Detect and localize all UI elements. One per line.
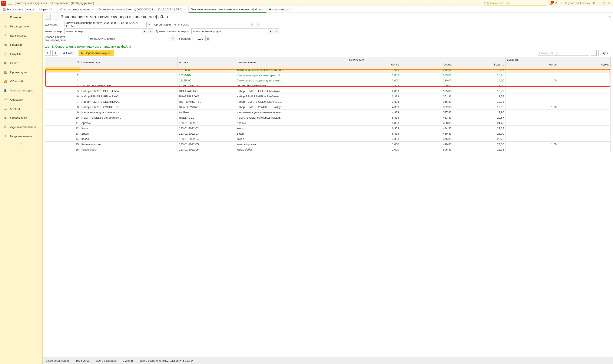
table-row[interactable]: 6Набор REMARS GEL + Бамб...RG+TBBLRG+T..… bbox=[45, 94, 611, 99]
dog-dropdown-button[interactable]: ▾ bbox=[268, 28, 273, 34]
calc-dropdown-button[interactable]: ▾ bbox=[171, 36, 175, 41]
sidebar-item-10[interactable]: 📊Отчеты bbox=[0, 104, 42, 113]
tab-close-icon[interactable]: × bbox=[262, 8, 264, 11]
table-row[interactable]: 10REMARS GEL Реминерализу...RGELRGELREMA… bbox=[45, 115, 611, 120]
table-row[interactable]: 112125488Тактильная сенсорная игрушка ан… bbox=[45, 67, 611, 73]
sidebar-icon: 👤 bbox=[3, 89, 7, 92]
col-ret[interactable]: Возвраты bbox=[505, 57, 611, 62]
doc-field[interactable]: Отчет комиссионера (агента) 0000-000018 … bbox=[64, 22, 145, 27]
kom-dropdown-button[interactable]: ▾ bbox=[142, 28, 147, 34]
sidebar-item-8[interactable]: 👤Зарплата и кадры bbox=[0, 86, 42, 95]
sidebar-item-3[interactable]: 🛍Продажи bbox=[0, 40, 42, 49]
tab-close-icon[interactable]: × bbox=[184, 8, 186, 11]
history-icon[interactable]: ↺ bbox=[555, 1, 558, 5]
kom-field[interactable]: Комиссионер bbox=[64, 28, 141, 34]
table-row[interactable]: 14Какао123-01-2022-04Какао7,333475,3323,… bbox=[45, 136, 611, 142]
star-icon[interactable]: ☆ bbox=[560, 1, 563, 5]
close-panel-icon[interactable]: ✕ bbox=[609, 15, 611, 18]
more-button[interactable]: Еще▾ bbox=[598, 50, 611, 56]
sidebar-item-12[interactable]: ⚙Администрирование bbox=[0, 122, 42, 132]
menu-icon[interactable] bbox=[8, 2, 12, 4]
sidebar-item-1[interactable]: ↗Руководителю bbox=[0, 22, 42, 31]
search-icon: 🔍 bbox=[486, 1, 489, 5]
org-field[interactable]: ФРИЗ ООО bbox=[173, 22, 248, 27]
col-sum[interactable]: Сумма bbox=[400, 62, 453, 67]
table-row[interactable]: 15Какао-порошок123-01-2022-05Какао-порош… bbox=[45, 142, 611, 147]
pct-input[interactable] bbox=[192, 36, 204, 41]
table-row[interactable]: 8Набор REMARS 2 WHITE + Б...R2W+TBWHWHНа… bbox=[45, 104, 611, 110]
table-row[interactable]: 11Арахис123-01-2022-01Арахис5,833428,832… bbox=[45, 120, 611, 126]
dog-field[interactable]: Комиссионные услуги bbox=[191, 28, 267, 34]
data-table[interactable]: N Номенклатура Артикул Наименование Реал… bbox=[45, 57, 611, 152]
sidebar-more[interactable]: ▾ bbox=[0, 141, 42, 147]
pct-calc-button[interactable]: ▦ bbox=[205, 36, 210, 41]
col-qty[interactable]: Кол-во bbox=[348, 62, 400, 67]
titlebar: 1C Бухгалтерия предприятия 3.0 Стариковс… bbox=[0, 0, 613, 6]
col-n[interactable]: N bbox=[45, 57, 80, 67]
footer-fee-value: 5 486,2- 162,36 = -5 323,84 bbox=[159, 359, 194, 362]
sidebar-item-4[interactable]: 🛒Покупки bbox=[0, 49, 42, 58]
maximize-icon[interactable]: ▢ bbox=[603, 1, 606, 5]
calc-field[interactable]: Не рассчитывается bbox=[89, 36, 169, 41]
app-logo: 1C bbox=[1, 1, 6, 6]
minimize-icon[interactable]: — bbox=[598, 1, 600, 5]
search-clear-button[interactable]: ✕ bbox=[591, 50, 597, 56]
sidebar-item-2[interactable]: ₽Банк и касса bbox=[0, 31, 42, 40]
tab-2[interactable]: Отчеты комиссионеров× bbox=[57, 6, 96, 13]
sidebar-item-11[interactable]: ▣Справочники bbox=[0, 113, 42, 122]
sidebar-item-0[interactable]: ≡Главное bbox=[0, 13, 42, 22]
table-row[interactable]: 9Наполнитель для кошачьих т...kts1blueНа… bbox=[45, 110, 611, 115]
col-nom[interactable]: Номенклатура bbox=[80, 57, 178, 67]
org-label: Организация: bbox=[154, 23, 172, 26]
nav-forward-button[interactable]: → bbox=[53, 14, 59, 20]
doc-open-button[interactable]: ↗ bbox=[147, 22, 151, 27]
table-wrap: N Номенклатура Артикул Наименование Реал… bbox=[45, 57, 611, 357]
sidebar-item-7[interactable]: 🚚ОС и НМА bbox=[0, 77, 42, 86]
col-name[interactable]: Наименование bbox=[235, 57, 348, 67]
user-name[interactable]: tatyana.starikovskay bbox=[565, 1, 590, 5]
col-rsum[interactable]: Сумма bbox=[558, 62, 611, 67]
col-art[interactable]: Артикул bbox=[178, 57, 235, 67]
tab-0[interactable]: 🏠Начальная страница bbox=[0, 6, 37, 13]
table-row[interactable]: 312125490Силиконовые игрушки для снятия … bbox=[45, 78, 611, 83]
global-search[interactable]: 🔍 Поиск Ctrl+Shift+F bbox=[484, 1, 546, 6]
move-down-button[interactable]: ⬇ bbox=[52, 50, 58, 56]
notifications-icon[interactable]: 🔔1 bbox=[549, 1, 553, 5]
org-open-button[interactable]: ↗ bbox=[256, 22, 260, 27]
sidebar-item-5[interactable]: ▦Склад bbox=[0, 58, 42, 68]
col-fee[interactable]: Возна -е bbox=[453, 62, 505, 67]
sidebar-item-9[interactable]: ᴬᴷОперации bbox=[0, 95, 42, 104]
table-row[interactable]: 7Набор REMARS GEL+REMA...RG+R2WRG+R...На… bbox=[45, 99, 611, 104]
nav-back-button[interactable]: ← bbox=[45, 14, 51, 20]
sidebar-item-13[interactable]: $Бюджетирование bbox=[0, 132, 42, 141]
org-dropdown-button[interactable]: ▾ bbox=[250, 22, 254, 27]
transfer-close-button[interactable]: ▶ПеренестиИЗакрыть bbox=[79, 50, 114, 56]
sidebar-item-6[interactable]: 🏭Производство bbox=[0, 68, 42, 77]
tab-close-icon[interactable]: × bbox=[289, 8, 290, 11]
tab-5[interactable]: Номенклатура× bbox=[267, 6, 293, 13]
tab-1[interactable]: Маркет42× bbox=[37, 6, 58, 13]
filter-icon[interactable]: ⇅ bbox=[593, 1, 595, 5]
tab-close-icon[interactable]: × bbox=[53, 8, 55, 11]
table-row[interactable]: 12Кокос123-01-2022-02Кокос6,333444,3322,… bbox=[45, 126, 611, 131]
table-row[interactable]: 4Бумага для оргтехникиELA027-18ELA...Бум… bbox=[45, 83, 611, 89]
table-row[interactable]: 13Вишня123-01-2022-03Вишня6,833459,8323,… bbox=[45, 131, 611, 136]
col-rqty[interactable]: Кол-во bbox=[505, 62, 558, 67]
back-button[interactable]: ◀Назад bbox=[60, 50, 77, 56]
table-row[interactable]: 16Какао-бобы123-01-2022-06Какао-бобы1,00… bbox=[45, 147, 611, 152]
col-real[interactable]: Реализация bbox=[348, 57, 505, 62]
home-icon: 🏠 bbox=[2, 8, 6, 11]
tab-3[interactable]: Отчет комиссионера (агента) 0000-000018 … bbox=[96, 6, 189, 13]
table-row[interactable]: 5Набор REMARS GEL + 4 Бам...RGEL+4TBRGE.… bbox=[45, 89, 611, 94]
tab-4[interactable]: Заполнение отчета комиссионера из внешне… bbox=[189, 6, 267, 13]
table-row[interactable]: 212125489Сенсорная игрушка антистресс Br… bbox=[45, 73, 611, 78]
sidebar-icon: ᴬᴷ bbox=[3, 98, 7, 101]
kom-open-button[interactable]: ↗ bbox=[148, 28, 153, 34]
tab-close-icon[interactable]: × bbox=[92, 8, 93, 11]
footer-real-value: 109 626,00 bbox=[76, 359, 90, 362]
dog-open-button[interactable]: ↗ bbox=[274, 28, 279, 34]
kebab-icon[interactable]: ⋮ bbox=[604, 15, 606, 18]
move-up-button[interactable]: ⬆ bbox=[45, 50, 51, 56]
table-search[interactable]: Поиск (Ctrl+F) bbox=[538, 50, 589, 56]
close-icon[interactable]: ✕ bbox=[608, 1, 611, 5]
